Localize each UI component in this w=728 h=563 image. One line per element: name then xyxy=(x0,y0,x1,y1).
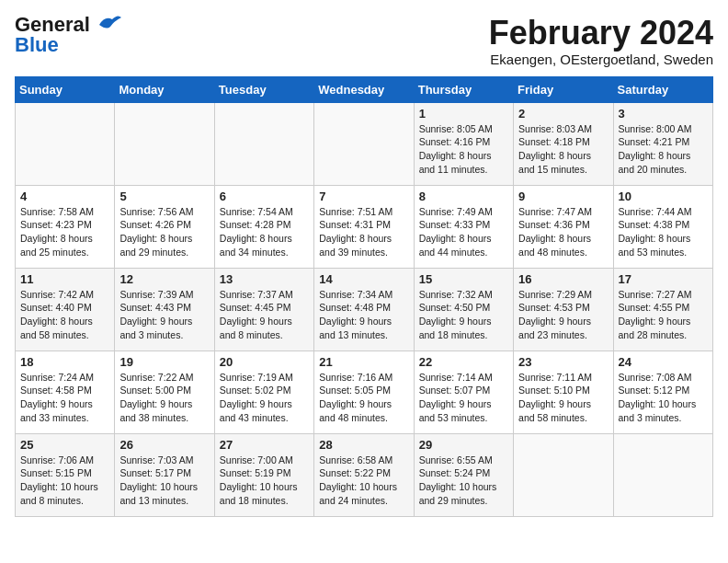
logo: GeneralBlue xyxy=(15,15,121,55)
day-number: 11 xyxy=(20,272,109,286)
calendar-cell: 5Sunrise: 7:56 AM Sunset: 4:26 PM Daylig… xyxy=(115,185,214,268)
logo-text: GeneralBlue xyxy=(15,15,90,55)
day-number: 1 xyxy=(419,107,508,121)
header-cell-friday: Friday xyxy=(514,76,613,102)
day-info: Sunrise: 7:58 AM Sunset: 4:23 PM Dayligh… xyxy=(20,205,109,259)
day-info: Sunrise: 7:19 AM Sunset: 5:02 PM Dayligh… xyxy=(220,371,309,425)
day-number: 10 xyxy=(619,190,708,203)
day-number: 20 xyxy=(220,355,309,369)
day-info: Sunrise: 7:22 AM Sunset: 5:00 PM Dayligh… xyxy=(119,371,209,425)
day-info: Sunrise: 7:00 AM Sunset: 5:19 PM Dayligh… xyxy=(220,454,309,508)
day-number: 27 xyxy=(220,438,309,452)
day-number: 12 xyxy=(119,272,209,286)
calendar-body: 1Sunrise: 8:05 AM Sunset: 4:16 PM Daylig… xyxy=(16,102,713,516)
day-number: 7 xyxy=(319,190,408,203)
calendar-cell: 18Sunrise: 7:24 AM Sunset: 4:58 PM Dayli… xyxy=(16,350,115,433)
day-number: 3 xyxy=(619,107,708,121)
day-info: Sunrise: 7:16 AM Sunset: 5:05 PM Dayligh… xyxy=(319,371,408,425)
header-cell-monday: Monday xyxy=(115,76,214,102)
day-info: Sunrise: 8:03 AM Sunset: 4:18 PM Dayligh… xyxy=(518,122,608,177)
calendar-cell: 22Sunrise: 7:14 AM Sunset: 5:07 PM Dayli… xyxy=(414,350,513,433)
week-row: 1Sunrise: 8:05 AM Sunset: 4:16 PM Daylig… xyxy=(16,102,713,185)
header-cell-sunday: Sunday xyxy=(16,76,115,102)
day-info: Sunrise: 7:03 AM Sunset: 5:17 PM Dayligh… xyxy=(119,454,209,508)
day-number: 13 xyxy=(220,272,309,286)
calendar-cell: 10Sunrise: 7:44 AM Sunset: 4:38 PM Dayli… xyxy=(613,185,712,268)
day-number: 21 xyxy=(319,355,408,369)
calendar-cell: 25Sunrise: 7:06 AM Sunset: 5:15 PM Dayli… xyxy=(16,433,115,516)
calendar-cell xyxy=(16,102,115,185)
day-number: 8 xyxy=(419,190,508,203)
day-info: Sunrise: 7:49 AM Sunset: 4:33 PM Dayligh… xyxy=(419,205,508,259)
calendar-cell: 2Sunrise: 8:03 AM Sunset: 4:18 PM Daylig… xyxy=(514,102,613,185)
calendar-cell: 1Sunrise: 8:05 AM Sunset: 4:16 PM Daylig… xyxy=(414,102,513,185)
calendar-cell: 26Sunrise: 7:03 AM Sunset: 5:17 PM Dayli… xyxy=(115,433,214,516)
day-info: Sunrise: 7:06 AM Sunset: 5:15 PM Dayligh… xyxy=(20,454,109,508)
calendar-cell xyxy=(514,433,613,516)
day-number: 4 xyxy=(20,190,109,203)
day-info: Sunrise: 7:39 AM Sunset: 4:43 PM Dayligh… xyxy=(119,288,209,342)
calendar-cell: 17Sunrise: 7:27 AM Sunset: 4:55 PM Dayli… xyxy=(613,268,712,350)
day-number: 14 xyxy=(319,272,408,286)
day-number: 16 xyxy=(518,272,608,286)
day-number: 26 xyxy=(119,438,209,452)
calendar-cell: 4Sunrise: 7:58 AM Sunset: 4:23 PM Daylig… xyxy=(16,185,115,268)
day-info: Sunrise: 7:54 AM Sunset: 4:28 PM Dayligh… xyxy=(220,205,309,259)
calendar-cell: 21Sunrise: 7:16 AM Sunset: 5:05 PM Dayli… xyxy=(314,350,414,433)
week-row: 11Sunrise: 7:42 AM Sunset: 4:40 PM Dayli… xyxy=(16,268,713,350)
week-row: 18Sunrise: 7:24 AM Sunset: 4:58 PM Dayli… xyxy=(16,350,713,433)
day-info: Sunrise: 7:14 AM Sunset: 5:07 PM Dayligh… xyxy=(419,371,508,425)
header-cell-tuesday: Tuesday xyxy=(214,76,313,102)
day-number: 25 xyxy=(20,438,109,452)
calendar-cell: 8Sunrise: 7:49 AM Sunset: 4:33 PM Daylig… xyxy=(414,185,513,268)
calendar-cell: 12Sunrise: 7:39 AM Sunset: 4:43 PM Dayli… xyxy=(115,268,214,350)
day-number: 24 xyxy=(619,355,708,369)
day-number: 22 xyxy=(419,355,508,369)
day-info: Sunrise: 7:08 AM Sunset: 5:12 PM Dayligh… xyxy=(619,371,708,425)
calendar-table: SundayMondayTuesdayWednesdayThursdayFrid… xyxy=(15,76,713,517)
logo-bird-icon xyxy=(92,12,121,38)
day-number: 29 xyxy=(419,438,508,452)
calendar-cell: 28Sunrise: 6:58 AM Sunset: 5:22 PM Dayli… xyxy=(314,433,414,516)
calendar-cell: 23Sunrise: 7:11 AM Sunset: 5:10 PM Dayli… xyxy=(514,350,613,433)
location-title: Ekaengen, OEstergoetland, Sweden xyxy=(489,52,713,67)
calendar-cell: 7Sunrise: 7:51 AM Sunset: 4:31 PM Daylig… xyxy=(314,185,414,268)
title-area: February 2024 Ekaengen, OEstergoetland, … xyxy=(489,15,713,67)
day-info: Sunrise: 7:29 AM Sunset: 4:53 PM Dayligh… xyxy=(518,288,608,342)
calendar-cell xyxy=(613,433,712,516)
calendar-cell: 15Sunrise: 7:32 AM Sunset: 4:50 PM Dayli… xyxy=(414,268,513,350)
calendar-cell: 13Sunrise: 7:37 AM Sunset: 4:45 PM Dayli… xyxy=(214,268,313,350)
day-number: 28 xyxy=(319,438,408,452)
day-number: 18 xyxy=(20,355,109,369)
calendar-cell: 19Sunrise: 7:22 AM Sunset: 5:00 PM Dayli… xyxy=(115,350,214,433)
header-cell-saturday: Saturday xyxy=(613,76,712,102)
day-info: Sunrise: 7:56 AM Sunset: 4:26 PM Dayligh… xyxy=(119,205,209,259)
calendar-cell: 24Sunrise: 7:08 AM Sunset: 5:12 PM Dayli… xyxy=(613,350,712,433)
day-number: 19 xyxy=(119,355,209,369)
calendar-header: SundayMondayTuesdayWednesdayThursdayFrid… xyxy=(16,76,713,102)
calendar-cell: 29Sunrise: 6:55 AM Sunset: 5:24 PM Dayli… xyxy=(414,433,513,516)
day-number: 15 xyxy=(419,272,508,286)
day-info: Sunrise: 7:32 AM Sunset: 4:50 PM Dayligh… xyxy=(419,288,508,342)
day-number: 2 xyxy=(518,107,608,121)
header: GeneralBlue February 2024 Ekaengen, OEst… xyxy=(15,15,713,67)
day-info: Sunrise: 8:00 AM Sunset: 4:21 PM Dayligh… xyxy=(619,122,708,177)
day-info: Sunrise: 7:44 AM Sunset: 4:38 PM Dayligh… xyxy=(619,205,708,259)
month-title: February 2024 xyxy=(489,15,713,52)
day-info: Sunrise: 7:34 AM Sunset: 4:48 PM Dayligh… xyxy=(319,288,408,342)
day-info: Sunrise: 7:47 AM Sunset: 4:36 PM Dayligh… xyxy=(518,205,608,259)
day-info: Sunrise: 6:58 AM Sunset: 5:22 PM Dayligh… xyxy=(319,454,408,508)
day-number: 6 xyxy=(220,190,309,203)
day-info: Sunrise: 8:05 AM Sunset: 4:16 PM Dayligh… xyxy=(419,122,508,177)
day-info: Sunrise: 7:27 AM Sunset: 4:55 PM Dayligh… xyxy=(619,288,708,342)
calendar-cell xyxy=(314,102,414,185)
day-info: Sunrise: 7:24 AM Sunset: 4:58 PM Dayligh… xyxy=(20,371,109,425)
calendar-cell: 9Sunrise: 7:47 AM Sunset: 4:36 PM Daylig… xyxy=(514,185,613,268)
calendar-cell: 3Sunrise: 8:00 AM Sunset: 4:21 PM Daylig… xyxy=(613,102,712,185)
calendar-cell: 6Sunrise: 7:54 AM Sunset: 4:28 PM Daylig… xyxy=(214,185,313,268)
week-row: 25Sunrise: 7:06 AM Sunset: 5:15 PM Dayli… xyxy=(16,433,713,516)
day-info: Sunrise: 7:11 AM Sunset: 5:10 PM Dayligh… xyxy=(518,371,608,425)
calendar-cell xyxy=(115,102,214,185)
calendar-cell: 20Sunrise: 7:19 AM Sunset: 5:02 PM Dayli… xyxy=(214,350,313,433)
calendar-cell xyxy=(214,102,313,185)
